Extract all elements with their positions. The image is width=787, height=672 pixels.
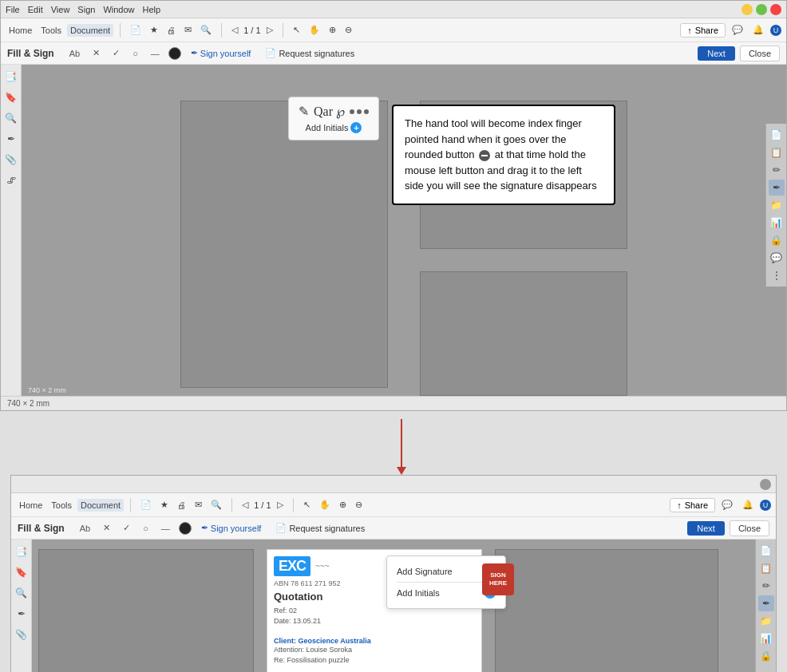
bottom-comment-button[interactable]: 💬 [718, 498, 736, 512]
bottom-close-window-button[interactable] [760, 479, 771, 490]
text-tool[interactable]: Ab [65, 47, 84, 60]
find-icon[interactable]: 🔍 [4, 111, 18, 125]
rp-more-icon[interactable]: ⋮ [769, 267, 785, 283]
close-window-button[interactable] [770, 4, 781, 15]
bottom-rp-convert[interactable]: 📋 [758, 560, 774, 576]
rp-export-icon[interactable]: 📄 [769, 127, 785, 143]
bottom-bookmark-button[interactable]: ★ [157, 498, 172, 512]
view-menu[interactable]: View [51, 5, 70, 14]
zoom-in-button[interactable]: ⊕ [326, 23, 339, 37]
rp-convert-icon[interactable]: 📋 [769, 144, 785, 160]
next-page-button[interactable]: ▷ [263, 23, 276, 37]
circle-tool[interactable]: ○ [129, 47, 142, 60]
minimize-button[interactable] [742, 4, 753, 15]
bottom-tools-tab[interactable]: Tools [48, 499, 75, 512]
add-signature-row: Add Signature + [397, 563, 496, 580]
comment-button[interactable]: 💬 [729, 23, 746, 37]
rp-organize-icon[interactable]: 📁 [769, 197, 785, 213]
bottom-cross-tool[interactable]: ✕ [99, 521, 114, 535]
select-tool[interactable]: ↖ [290, 23, 303, 37]
exc-attention: Attention: Louise Soroka [274, 645, 475, 655]
prev-page-button[interactable]: ◁ [228, 23, 241, 37]
bottom-share-button[interactable]: ↑ Share [670, 498, 715, 512]
bottom-rp-export[interactable]: 📄 [758, 543, 774, 559]
bottom-sign-yourself-button[interactable]: ✒ Sign yourself [196, 521, 267, 535]
bottom-check-tool[interactable]: ✓ [119, 521, 134, 535]
cross-tool[interactable]: ✕ [89, 46, 104, 60]
bottom-color-picker[interactable] [179, 522, 192, 535]
rp-scan-icon[interactable]: 📊 [769, 215, 785, 231]
bottom-zoom-in[interactable]: ⊕ [336, 498, 350, 512]
bottom-line-tool[interactable]: — [157, 522, 174, 535]
bottom-hand-tool[interactable]: ✋ [316, 498, 334, 512]
bottom-search-button[interactable]: 🔍 [208, 498, 225, 512]
bottom-rp-scan[interactable]: 📊 [758, 630, 774, 646]
pages-icon[interactable]: 📑 [4, 69, 18, 84]
bottom-sig-panel-icon[interactable]: ✒ [14, 607, 29, 621]
bottom-zoom-out[interactable]: ⊖ [352, 498, 366, 512]
rp-edit-icon[interactable]: ✏ [769, 162, 785, 178]
bottom-circle-tool[interactable]: ○ [139, 522, 152, 535]
request-signatures-button[interactable]: 📄 Request signatures [260, 46, 359, 60]
bottom-text-tool[interactable]: Ab [76, 522, 94, 535]
fill-sign-toolbar: Fill & Sign Ab ✕ ✓ ○ — ✒ Sign yourself 📄… [1, 42, 786, 65]
bottom-email-button[interactable]: ✉ [192, 498, 205, 512]
signature-panel-icon[interactable]: ✒ [4, 132, 18, 146]
bottom-select-tool[interactable]: ↖ [300, 498, 314, 512]
bookmark-button[interactable]: ★ [147, 23, 161, 37]
help-menu[interactable]: Help [143, 5, 161, 14]
maximize-button[interactable] [756, 4, 767, 15]
bottom-notification-button[interactable]: 🔔 [739, 498, 757, 512]
bookmarks-icon[interactable]: 🔖 [4, 90, 18, 105]
bottom-new-button[interactable]: 📄 [137, 498, 155, 512]
close-bar-button[interactable]: Close [740, 45, 780, 61]
bottom-rp-edit[interactable]: ✏ [758, 578, 774, 594]
bottom-rp-organize[interactable]: 📁 [758, 613, 774, 629]
bottom-request-signatures-button[interactable]: 📄 Request signatures [271, 521, 370, 535]
bottom-find-icon[interactable]: 🔍 [14, 586, 29, 600]
line-tool[interactable]: — [147, 47, 164, 60]
color-picker[interactable] [168, 47, 181, 60]
bottom-next-button[interactable]: Next [687, 521, 725, 536]
exc-date: Date: 13.05.21 [274, 616, 475, 627]
email-button[interactable]: ✉ [181, 23, 195, 37]
zoom-out-button[interactable]: ⊖ [342, 23, 355, 37]
bottom-rp-protect[interactable]: 🔒 [758, 648, 774, 664]
sign-yourself-button[interactable]: ✒ Sign yourself [186, 46, 256, 60]
right-page-bottom [420, 271, 627, 396]
stamps-icon[interactable]: 🖇 [4, 173, 18, 188]
search-button[interactable]: 🔍 [197, 23, 215, 37]
bottom-next-page[interactable]: ▷ [274, 498, 287, 512]
next-button[interactable]: Next [698, 46, 735, 61]
document-tab[interactable]: Document [67, 24, 113, 37]
bottom-rp-fill[interactable]: ✒ [758, 595, 774, 611]
bottom-attach-icon[interactable]: 📎 [14, 627, 29, 642]
file-tools: 📄 ★ 🖨 ✉ 🔍 [127, 23, 215, 37]
bottom-pages-icon[interactable]: 📑 [14, 544, 29, 559]
edit-menu[interactable]: Edit [28, 5, 43, 14]
hand-tool[interactable]: ✋ [306, 23, 323, 37]
home-tab[interactable]: Home [6, 24, 35, 37]
bottom-print-button[interactable]: 🖨 [174, 499, 189, 512]
arrow-container [0, 411, 787, 475]
print-button[interactable]: 🖨 [164, 24, 179, 37]
attachments-icon[interactable]: 📎 [4, 152, 18, 167]
rp-protect-icon[interactable]: 🔒 [769, 232, 785, 248]
bottom-document-tab[interactable]: Document [77, 499, 124, 512]
bottom-home-tab[interactable]: Home [16, 499, 45, 512]
add-initials-button[interactable]: Add Initials + [306, 122, 362, 133]
window-menu[interactable]: Window [103, 5, 134, 14]
rp-fill-sign-icon[interactable]: ✒ [769, 180, 785, 196]
print-icon: 🖨 [167, 26, 176, 35]
bottom-bookmarks-icon[interactable]: 🔖 [14, 565, 29, 579]
file-menu[interactable]: File [6, 5, 20, 14]
bottom-prev-page[interactable]: ◁ [239, 498, 251, 512]
notification-button[interactable]: 🔔 [749, 23, 767, 37]
new-button[interactable]: 📄 [127, 23, 144, 37]
rp-comment-icon[interactable]: 💬 [769, 250, 785, 266]
bottom-close-bar-button[interactable]: Close [730, 520, 769, 536]
tools-tab[interactable]: Tools [38, 24, 65, 37]
share-button[interactable]: ↑ Share [680, 23, 726, 38]
sign-menu[interactable]: Sign [77, 5, 95, 14]
check-tool[interactable]: ✓ [109, 46, 124, 60]
